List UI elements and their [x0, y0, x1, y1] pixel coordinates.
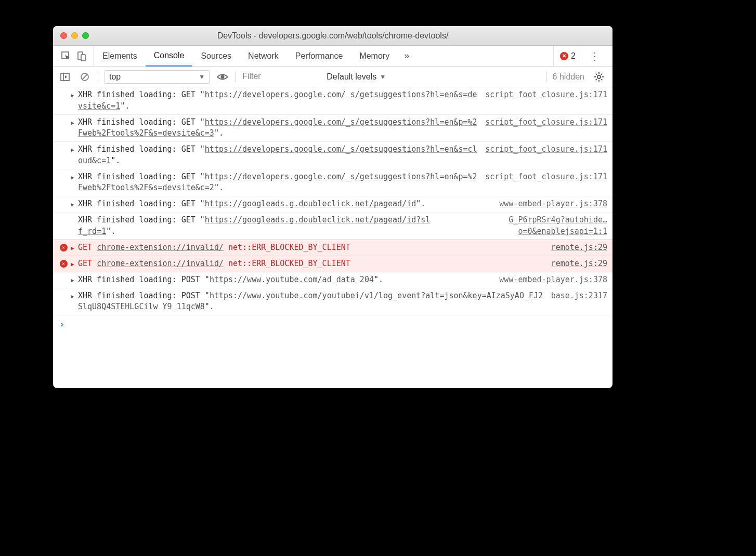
message-source: script_foot_closure.js:171	[485, 117, 607, 128]
expand-toggle-icon[interactable]: ▶	[71, 144, 78, 154]
toggle-device-toolbar-icon[interactable]	[74, 46, 89, 66]
tab-elements[interactable]: Elements	[94, 46, 146, 66]
log-levels-selector[interactable]: Default levels ▼	[327, 72, 386, 82]
console-message[interactable]: ▶XHR finished loading: POST "https://www…	[53, 272, 612, 288]
message-url[interactable]: https://developers.google.com/_s/getsugg…	[78, 90, 477, 111]
message-url[interactable]: chrome-extension://invalid/	[97, 259, 224, 268]
inspect-element-icon[interactable]	[58, 46, 74, 66]
source-link[interactable]: www-embed-player.js:378	[499, 275, 607, 284]
message-gutter	[56, 274, 71, 276]
window-titlebar: DevTools - developers.google.com/web/too…	[53, 26, 612, 46]
message-source: script_foot_closure.js:171	[485, 89, 607, 101]
toggle-console-sidebar-icon[interactable]	[58, 70, 72, 84]
tab-network[interactable]: Network	[240, 46, 287, 66]
message-url[interactable]: https://developers.google.com/_s/getsugg…	[78, 172, 477, 193]
error-count-badge[interactable]: 2	[553, 46, 582, 66]
message-source: G_P6rpRSr4g?autohide…o=0&enablejsapi=1:1	[441, 215, 607, 237]
message-source: script_foot_closure.js:171	[485, 144, 607, 155]
source-link[interactable]: www-embed-player.js:378	[499, 199, 607, 208]
source-link[interactable]: G_P6rpRSr4g?autohide…o=0&enablejsapi=1:1	[509, 215, 607, 236]
svg-line-14	[601, 79, 602, 80]
message-gutter	[56, 171, 71, 173]
source-link[interactable]: script_foot_closure.js:171	[485, 144, 607, 154]
console-message[interactable]: ▶GET chrome-extension://invalid/ net::ER…	[53, 240, 612, 256]
source-link[interactable]: script_foot_closure.js:171	[485, 90, 607, 99]
message-url[interactable]: https://developers.google.com/_s/getsugg…	[78, 144, 477, 165]
message-source: remote.js:29	[551, 258, 607, 270]
svg-point-8	[597, 75, 601, 78]
traffic-lights	[60, 32, 89, 39]
clear-console-icon[interactable]	[78, 70, 92, 84]
message-url[interactable]: https://www.youtube.com/ad_data_204	[210, 275, 374, 284]
message-text: XHR finished loading: GET "https://devel…	[78, 144, 485, 167]
svg-rect-2	[81, 55, 85, 61]
console-message[interactable]: ▶XHR finished loading: GET "https://deve…	[53, 142, 612, 169]
error-icon	[60, 260, 68, 268]
tab-sources[interactable]: Sources	[192, 46, 240, 66]
message-gutter	[56, 242, 71, 251]
expand-toggle-icon[interactable]: ▶	[71, 258, 78, 269]
source-link[interactable]: remote.js:29	[551, 259, 607, 268]
zoom-window-button[interactable]	[82, 32, 89, 39]
message-text: XHR finished loading: GET "https://devel…	[78, 117, 485, 140]
expand-toggle-icon[interactable]: ▶	[71, 117, 78, 127]
context-value: top	[109, 72, 121, 82]
console-message[interactable]: ▶GET chrome-extension://invalid/ net::ER…	[53, 256, 612, 272]
message-gutter	[56, 144, 71, 145]
message-gutter	[56, 215, 71, 216]
tab-performance[interactable]: Performance	[287, 46, 351, 66]
source-link[interactable]: script_foot_closure.js:171	[485, 172, 607, 181]
console-settings-icon[interactable]	[591, 72, 607, 82]
expand-toggle-icon[interactable]: ▶	[71, 242, 78, 253]
settings-menu-icon[interactable]: ⋮	[582, 46, 607, 66]
source-link[interactable]: remote.js:29	[551, 243, 607, 252]
message-source: base.js:2317	[551, 290, 607, 302]
expand-toggle-icon[interactable]: ▶	[71, 198, 78, 209]
expand-toggle-icon[interactable]: ▶	[71, 274, 78, 285]
execution-context-selector[interactable]: top ▼	[105, 70, 210, 84]
expand-toggle-icon[interactable]: ▶	[71, 290, 78, 301]
message-text: GET chrome-extension://invalid/ net::ERR…	[78, 242, 551, 254]
console-message[interactable]: ▶XHR finished loading: GET "https://deve…	[53, 115, 612, 142]
expand-toggle-icon	[71, 215, 78, 217]
error-icon	[60, 244, 68, 251]
message-gutter	[56, 198, 71, 200]
expand-toggle-icon[interactable]: ▶	[71, 89, 78, 100]
tabs-overflow-icon[interactable]: »	[398, 50, 415, 61]
hidden-messages-count[interactable]: 6 hidden	[553, 72, 584, 82]
message-url[interactable]: chrome-extension://invalid/	[97, 243, 224, 252]
window-title: DevTools - developers.google.com/web/too…	[53, 31, 612, 41]
message-url[interactable]: https://googleads.g.doubleclick.net/page…	[78, 215, 430, 236]
console-toolbar: top ▼ Default levels ▼ 6 hidden	[53, 67, 612, 87]
source-link[interactable]: script_foot_closure.js:171	[485, 117, 607, 127]
tab-console[interactable]: Console	[146, 46, 193, 67]
live-expression-icon[interactable]	[216, 70, 229, 84]
message-text: XHR finished loading: GET "https://googl…	[78, 198, 499, 210]
message-source: script_foot_closure.js:171	[485, 171, 607, 183]
console-message[interactable]: XHR finished loading: GET "https://googl…	[53, 213, 612, 240]
message-gutter	[56, 258, 71, 268]
error-count: 2	[571, 51, 576, 61]
close-window-button[interactable]	[60, 32, 67, 39]
error-icon	[560, 52, 568, 60]
chevron-down-icon: ▼	[380, 73, 386, 81]
console-message[interactable]: ▶XHR finished loading: GET "https://deve…	[53, 169, 612, 197]
message-url[interactable]: https://googleads.g.doubleclick.net/page…	[205, 199, 416, 208]
filter-input[interactable]	[242, 70, 320, 84]
svg-line-13	[596, 73, 597, 74]
expand-toggle-icon[interactable]: ▶	[71, 171, 78, 182]
console-message[interactable]: ▶XHR finished loading: POST "https://www…	[53, 288, 612, 316]
console-output[interactable]: ▶XHR finished loading: GET "https://deve…	[53, 87, 612, 315]
message-text: XHR finished loading: GET "https://devel…	[78, 171, 485, 194]
tab-memory[interactable]: Memory	[351, 46, 398, 66]
chevron-down-icon: ▼	[199, 73, 205, 81]
message-url[interactable]: https://developers.google.com/_s/getsugg…	[78, 117, 477, 138]
console-message[interactable]: ▶XHR finished loading: GET "https://deve…	[53, 87, 612, 115]
minimize-window-button[interactable]	[71, 32, 78, 39]
console-message[interactable]: ▶XHR finished loading: GET "https://goog…	[53, 196, 612, 213]
console-prompt[interactable]	[53, 315, 612, 388]
source-link[interactable]: base.js:2317	[551, 291, 607, 300]
message-text: XHR finished loading: POST "https://www.…	[78, 274, 499, 286]
message-url[interactable]: https://www.youtube.com/youtubei/v1/log_…	[78, 291, 543, 312]
devtools-window: DevTools - developers.google.com/web/too…	[53, 26, 612, 388]
